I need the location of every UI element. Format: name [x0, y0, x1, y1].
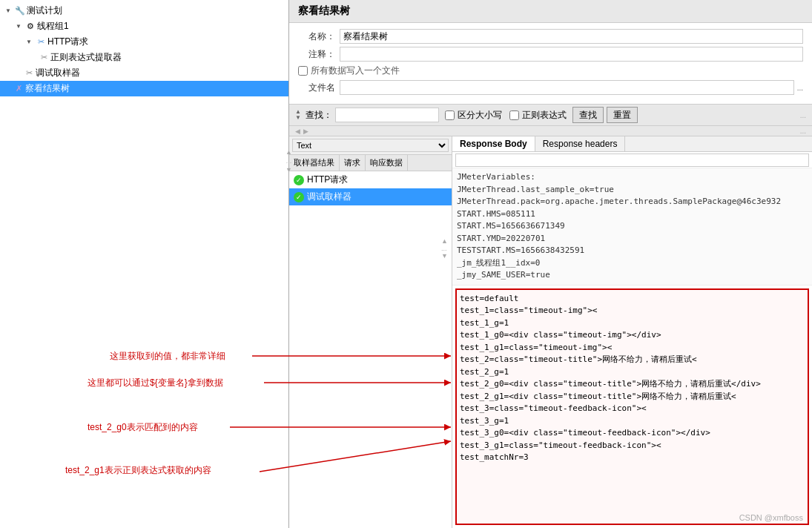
regex-icon: ✂ — [39, 53, 49, 63]
tree-item-label: 调试取样器 — [36, 67, 80, 79]
tree-item-label: 线程组1 — [37, 20, 69, 33]
comment-label: 注释： — [298, 48, 335, 61]
result-list-panel: Text 取样器结果 请求 响应数据 — [289, 136, 452, 528]
result-item-label: 调试取样器 — [307, 191, 351, 203]
form-area: 名称： 注释： 所有数据写入一个文件 文件名 ... — [289, 23, 812, 105]
thread-icon: ⚙ — [25, 22, 36, 32]
name-row: 名称： — [298, 29, 803, 44]
resp-line-9: test_2_g1=<div class="timeout-title">网络不… — [460, 391, 805, 403]
response-area: Response Body Response headers — [452, 136, 812, 528]
name-input[interactable] — [340, 29, 803, 44]
plan-icon: 🔧 — [15, 6, 25, 16]
tree-item-debug-sampler[interactable]: ✂ 调试取样器 — [0, 65, 288, 81]
case-sensitive-label: 区分大小写 — [458, 109, 502, 122]
toolbar-overflow: ... — [800, 111, 806, 119]
http-icon: ✂ — [36, 37, 46, 47]
filename-input[interactable] — [340, 80, 794, 95]
debug-icon: ✂ — [24, 68, 34, 79]
tree-item-http-request[interactable]: ✂ HTTP请求 — [0, 34, 288, 50]
main-content: Text 取样器结果 请求 响应数据 — [289, 136, 812, 528]
resp-line-8: test_2_g0=<div class="timeout-title">网络不… — [460, 378, 805, 391]
filename-row: 文件名 ... — [298, 80, 803, 95]
title-text: 察看结果树 — [298, 4, 350, 16]
resp-line-2: test_1=class="timeout-img">< — [460, 305, 805, 317]
filename-label: 文件名 — [298, 82, 335, 94]
response-tabs-bar: Response Body Response headers — [452, 136, 812, 152]
scroll-overflow: ... — [800, 127, 806, 135]
highlighted-response-box: test=default test_1=class="timeout-img">… — [455, 288, 809, 526]
user-line: _jmy_SAME_USER=true — [457, 269, 808, 282]
tab-response-data[interactable]: 响应数据 — [366, 155, 408, 171]
jmeter-vars-line: JMeterVariables: — [457, 171, 808, 184]
tree-item-label: HTTP请求 — [47, 36, 88, 48]
split-area: Text 取样器结果 请求 响应数据 — [289, 136, 812, 528]
ms-line: START.MS=1656636671349 — [457, 220, 808, 233]
tab-response-headers[interactable]: Response headers — [535, 136, 626, 151]
last-sample-line: JMeterThread.last_sample_ok=true — [457, 184, 808, 197]
tab-sampler-result[interactable]: 取样器结果 — [289, 155, 340, 171]
write-all-label: 所有数据写入一个文件 — [311, 65, 400, 77]
regex-label: 正则表达式 — [522, 109, 567, 122]
resp-line-14: test_matchNr=3 — [460, 452, 805, 464]
resp-line-4: test_1_g0=<div class="timeout-img"></div… — [460, 329, 805, 342]
tab-response-body[interactable]: Response Body — [452, 136, 535, 151]
right-panel: 察看结果树 名称： 注释： 所有数据写入一个文件 文件名 — [289, 0, 812, 528]
resp-line-3: test_1_g=1 — [460, 317, 805, 330]
result-item-label: HTTP请求 — [307, 174, 348, 186]
search-label: 查找： — [306, 109, 332, 122]
pack-line: JMeterThread.pack=org.apache.jmeter.thre… — [457, 196, 808, 208]
tree-item-label: 测试计划 — [27, 4, 62, 17]
format-select[interactable]: Text — [292, 139, 449, 152]
teststart-line: TESTSTART.MS=1656638432591 — [457, 245, 808, 257]
resp-line-1: test=default — [460, 293, 805, 306]
status-success-icon: ✓ — [294, 192, 304, 202]
resp-line-6: test_2=class="timeout-title">网络不给力，请稍后重试… — [460, 354, 805, 366]
ymd-line: START.YMD=20220701 — [457, 233, 808, 245]
resp-line-5: test_1_g1=class="timeout-img">< — [460, 342, 805, 354]
left-panel: 🔧 测试计划 ⚙ 线程组1 ✂ HTTP请求 ✂ — [0, 0, 289, 528]
resp-line-13: test_3_g1=class="timeout-feedback-icon">… — [460, 440, 805, 452]
tree-item-regex[interactable]: ✂ 正则表达式提取器 — [0, 50, 288, 65]
resp-line-12: test_3_g0=<div class="timeout-feedback-i… — [460, 427, 805, 440]
name-label: 名称： — [298, 30, 335, 43]
browse-button[interactable]: ... — [797, 84, 803, 92]
case-sensitive-checkbox[interactable] — [445, 110, 455, 120]
tree-view: 🔧 测试计划 ⚙ 线程组1 ✂ HTTP请求 ✂ — [0, 0, 288, 528]
tree-item-label: 正则表达式提取器 — [50, 51, 122, 64]
write-all-checkbox[interactable] — [298, 66, 308, 76]
tree-item-thread-group[interactable]: ⚙ 线程组1 — [0, 19, 288, 34]
tab-request[interactable]: 请求 — [340, 155, 366, 171]
result-item-debug[interactable]: ✓ 调试取样器 — [289, 188, 452, 205]
write-all-row: 所有数据写入一个文件 — [298, 65, 803, 77]
tree-item-results-tree[interactable]: ✗ 察看结果树 — [0, 81, 288, 96]
resp-line-7: test_2_g=1 — [460, 366, 805, 379]
search-input[interactable] — [335, 108, 439, 122]
result-items-container: ✓ HTTP请求 ✓ 调试取样器 — [289, 171, 452, 528]
expand-icon — [13, 22, 24, 32]
expand-icon — [3, 6, 13, 16]
result-item-http[interactable]: ✓ HTTP请求 — [289, 171, 452, 188]
panel-title: 察看结果树 — [289, 0, 812, 23]
results-icon: ✗ — [13, 84, 24, 94]
resp-line-10: test_3=class="timeout-feedback-icon">< — [460, 403, 805, 415]
tree-item-label: 察看结果树 — [25, 82, 70, 95]
hms-line: START.HMS=085111 — [457, 208, 808, 221]
reset-button[interactable]: 重置 — [607, 107, 638, 123]
idx-line: _jm_线程组1__idx=0 — [457, 257, 808, 270]
response-top-content: JMeterVariables: JMeterThread.last_sampl… — [452, 168, 812, 286]
resp-line-11: test_3_g=1 — [460, 415, 805, 428]
comment-row: 注释： — [298, 47, 803, 62]
expand-icon — [24, 37, 34, 47]
comment-input[interactable] — [340, 47, 803, 62]
tree-item-test-plan[interactable]: 🔧 测试计划 — [0, 3, 288, 19]
regex-checkbox[interactable] — [509, 110, 519, 120]
response-filter-input[interactable] — [455, 154, 809, 167]
find-button[interactable]: 查找 — [572, 107, 604, 123]
status-success-icon: ✓ — [294, 175, 304, 185]
